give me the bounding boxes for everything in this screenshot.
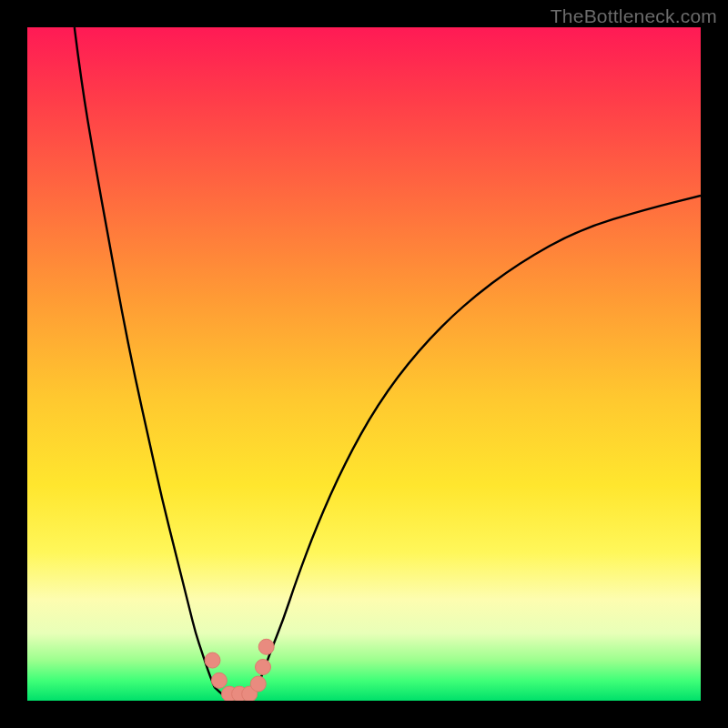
watermark-text: TheBottleneck.com <box>551 5 717 27</box>
marker-point <box>205 652 220 668</box>
chart-plot-area <box>27 27 701 701</box>
marker-group <box>205 639 274 701</box>
chart-frame: TheBottleneck.com <box>0 0 728 728</box>
marker-point <box>211 672 227 688</box>
curve-group <box>75 27 701 697</box>
marker-point <box>258 639 274 654</box>
curve-right-branch <box>257 196 701 687</box>
chart-svg <box>27 27 701 701</box>
marker-point <box>256 660 271 675</box>
curve-left-branch <box>75 27 215 687</box>
marker-point <box>250 676 266 692</box>
